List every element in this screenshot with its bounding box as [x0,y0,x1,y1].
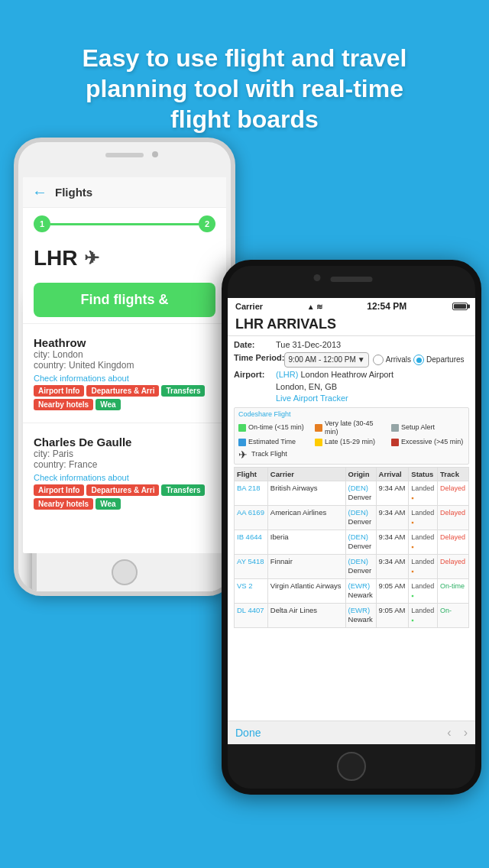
live-tracker-link[interactable]: Live Airport Tracker [276,394,348,403]
check-info-heathrow: Check informations about [34,374,215,383]
date-label: Date: [234,339,276,351]
carrier-name: Virgin Atlantic Airways [267,578,345,603]
setup-alert-dot [391,424,399,432]
airport-item-heathrow: Heathrow city: London country: United Ki… [23,330,226,416]
departures-label: Departures [426,355,464,365]
estimated-text: Estimated Time [248,438,296,447]
carrier-label: Carrier [235,302,263,311]
forward-nav-arrow[interactable]: › [464,726,468,740]
date-row: Date: Tue 31-Dec-2013 [234,339,469,351]
airport-city-cdg: city: Paris [34,449,215,459]
origin-cell[interactable]: (EWR)Newark [345,603,376,627]
origin-cell[interactable]: (DEN)Denver [345,481,376,505]
airport-code: LHR [34,246,78,270]
flight-number[interactable]: IB 4644 [235,530,268,554]
home-button-black[interactable] [337,752,366,781]
flight-number[interactable]: AA 6169 [235,505,268,530]
arrivals-radio[interactable] [373,355,384,365]
speaker-bar [105,153,144,157]
time-period-label: Time Period: [234,352,284,368]
camera-dot [152,151,158,157]
airport-item-cdg: Charles De Gaulle city: Paris country: F… [23,429,226,516]
time-select[interactable]: 9:00 AM - 12:00 PM ▼ [284,352,368,368]
flight-number[interactable]: DL 4407 [235,603,268,627]
tags-cdg: Airport Info Departures & Arri Transfers… [34,484,215,510]
back-arrow-icon[interactable]: ← [32,183,47,201]
track-status[interactable]: On- [438,603,469,627]
col-arrival: Arrival [376,467,409,481]
airport-country-heathrow: country: United Kingdom [34,360,215,371]
excessive-dot [391,439,399,446]
home-button-white[interactable] [112,559,138,585]
arrival-time: 9:34 AM [376,505,409,530]
legend-estimated: Estimated Time [238,438,312,447]
speaker-black [331,277,373,282]
airport-city-heathrow: city: London [34,349,215,360]
tag-airport-info[interactable]: Airport Info [34,385,84,397]
tag-departures-cdg[interactable]: Departures & Arri [86,484,159,496]
date-value: Tue 31-Dec-2013 [276,339,341,351]
tag-weather[interactable]: Wea [96,399,120,410]
origin-cell[interactable]: (DEN)Denver [345,505,376,530]
steps-bar: 1 2 [23,208,226,240]
find-flights-label: Find flights & [81,292,169,307]
airport-row: Airport: (LHR) London Heathrow Airport L… [234,369,469,404]
check-info-cdg: Check informations about [34,473,215,482]
tag-airport-info-cdg[interactable]: Airport Info [34,484,84,496]
battery-icon [452,303,468,310]
very-late-text: Very late (30-45 min) [325,419,388,437]
track-status[interactable]: Delayed [438,481,469,505]
origin-cell[interactable]: (EWR)Newark [345,578,376,603]
airport-name: London Heathrow Airport [300,370,393,379]
col-carrier: Carrier [267,467,345,481]
tag-departures[interactable]: Departures & Arri [86,385,159,397]
tag-weather-cdg[interactable]: Wea [96,498,120,510]
flights-table: Flight Carrier Origin Arrival Status Tra… [234,467,469,628]
table-row: DL 4407 Delta Air Lines (EWR)Newark 9:05… [235,603,469,627]
flight-status: Landed ▪ [409,505,438,530]
origin-cell[interactable]: (DEN)Denver [345,554,376,578]
tag-nearby-hotels[interactable]: Nearby hotels [34,399,93,410]
airport-link[interactable]: (LHR) [276,370,298,379]
very-late-dot [315,424,322,432]
track-status[interactable]: Delayed [438,505,469,530]
flight-number[interactable]: AY 5418 [235,554,268,578]
flight-status: Landed ▪ [409,603,438,627]
dropdown-arrow-icon: ▼ [358,355,365,365]
origin-cell[interactable]: (DEN)Denver [345,530,376,554]
tag-transfers-cdg[interactable]: Transfers [161,484,205,496]
arrival-time: 9:34 AM [376,481,409,505]
arrivals-label: Arrivals [386,355,411,365]
tags-heathrow: Airport Info Departures & Arri Transfers… [34,385,215,410]
airport-name-heathrow: Heathrow [34,336,215,349]
done-button[interactable]: Done [235,727,261,739]
tag-nearby-hotels-cdg[interactable]: Nearby hotels [34,498,93,510]
table-header-row: Flight Carrier Origin Arrival Status Tra… [235,467,469,481]
airport-info: (LHR) London Heathrow Airport London, EN… [276,369,393,404]
back-nav-arrow[interactable]: ‹ [447,726,451,740]
flight-number[interactable]: VS 2 [235,578,268,603]
codeshare-link[interactable]: Codeshare Flight [238,410,291,418]
track-status[interactable]: Delayed [438,530,469,554]
departures-radio[interactable] [413,355,424,365]
track-status[interactable]: Delayed [438,554,469,578]
codeshare-row: Codeshare Flight [238,410,465,418]
estimated-dot [238,439,246,446]
plane-track-icon: ✈ [238,448,248,462]
battery-indicator [451,303,468,310]
done-bar: Done ‹ › [228,721,475,744]
arrival-time: 9:05 AM [376,578,409,603]
legend-section: Codeshare Flight On-time (<15 min) Very … [234,407,469,465]
tag-transfers[interactable]: Transfers [161,385,205,397]
step-line [50,223,199,225]
table-row: BA 218 British Airways (DEN)Denver 9:34 … [235,481,469,505]
status-bar: Carrier ▲ ≋ 12:54 PM [228,298,475,315]
flight-status: Landed ▪ [409,578,438,603]
track-status[interactable]: On-time [438,578,469,603]
black-phone-screen: Carrier ▲ ≋ 12:54 PM LHR ARRIVALS Date: … [228,298,475,744]
ontime-dot [238,424,246,432]
flight-number[interactable]: BA 218 [235,481,268,505]
col-status: Status [409,467,438,481]
arrival-time: 9:34 AM [376,554,409,578]
find-flights-button[interactable]: Find flights & [34,283,215,317]
